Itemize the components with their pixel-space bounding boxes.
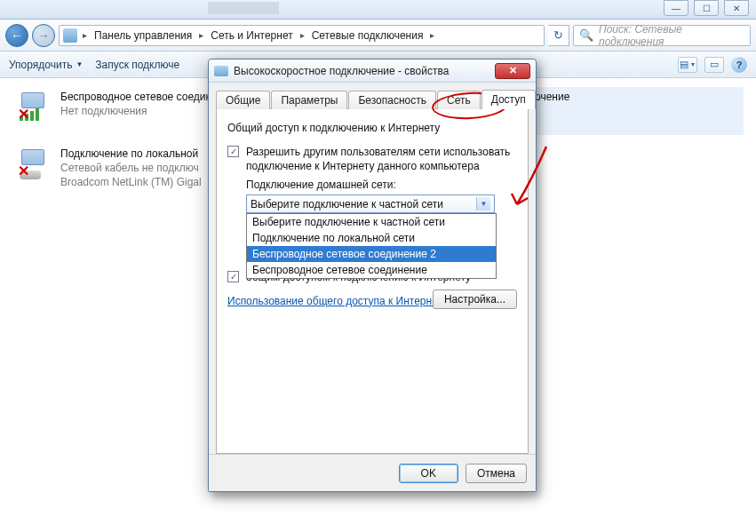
- launch-connection-button[interactable]: Запуск подключе: [95, 59, 179, 71]
- window-controls: — ☐ ✕: [664, 0, 749, 16]
- dialog-titlebar[interactable]: Высокоскоростное подключение - свойства …: [209, 60, 536, 83]
- location-icon: [63, 28, 77, 43]
- organize-label: Упорядочить: [9, 59, 72, 71]
- tab-strip: Общие Параметры Безопасность Сеть Доступ: [216, 88, 529, 109]
- settings-button[interactable]: Настройка...: [433, 290, 517, 309]
- nav-back-button[interactable]: ←: [5, 24, 28, 47]
- launch-label: Запуск подключе: [95, 59, 179, 71]
- maximize-button[interactable]: ☐: [694, 0, 719, 16]
- ethernet-icon: ✕: [16, 147, 52, 179]
- window-titlebar: — ☐ ✕: [0, 0, 756, 20]
- dialog-icon: [214, 66, 228, 76]
- tab-options[interactable]: Параметры: [271, 91, 347, 109]
- tab-panel-sharing: Общий доступ к подключению к Интернету ✓…: [216, 109, 529, 454]
- chevron-right-icon: ▸: [297, 30, 308, 40]
- search-icon: 🔍: [579, 28, 593, 42]
- chevron-right-icon: ▸: [79, 30, 91, 40]
- allow-sharing-checkbox[interactable]: ✓: [227, 146, 239, 157]
- details-pane-button[interactable]: ▭: [704, 57, 724, 73]
- chevron-right-icon: ▸: [426, 30, 438, 40]
- ok-button[interactable]: OK: [399, 464, 458, 483]
- nav-forward-button[interactable]: →: [32, 24, 55, 47]
- tab-network[interactable]: Сеть: [437, 91, 481, 109]
- connection-name: Подключение по локальной: [60, 147, 202, 160]
- dialog-close-button[interactable]: ✕: [495, 63, 530, 79]
- allow-sharing-row: ✓ Разрешить другим пользователям сети ис…: [227, 145, 517, 173]
- dropdown-item[interactable]: Подключение по локальной сети: [247, 230, 496, 246]
- combo-dropdown: Выберите подключение к частной сети Подк…: [246, 213, 497, 279]
- chevron-down-icon: ▼: [476, 197, 490, 210]
- tab-general[interactable]: Общие: [216, 91, 270, 109]
- combo-selected: Выберите подключение к частной сети: [251, 198, 476, 210]
- chevron-down-icon: ▼: [76, 60, 83, 68]
- breadcrumb-seg[interactable]: Сеть и Интернет: [209, 28, 294, 44]
- allow-sharing-label: Разрешить другим пользователям сети испо…: [246, 145, 517, 173]
- dialog-title: Высокоскоростное подключение - свойства: [234, 65, 489, 77]
- dropdown-item[interactable]: Беспроводное сетевое соединение 2: [247, 246, 496, 262]
- breadcrumb-seg[interactable]: Сетевые подключения: [310, 28, 426, 44]
- breadcrumb-seg[interactable]: Панель управления: [92, 28, 194, 44]
- dialog-footer: OK Отмена: [209, 454, 536, 491]
- tab-sharing[interactable]: Доступ: [481, 90, 536, 109]
- dropdown-item[interactable]: Выберите подключение к частной сети: [247, 214, 496, 230]
- close-button[interactable]: ✕: [724, 0, 749, 16]
- search-placeholder: Поиск: Сетевые подключения: [599, 23, 744, 48]
- connection-device: Broadcom NetLink (TM) Gigal: [60, 176, 202, 188]
- cancel-button[interactable]: Отмена: [466, 464, 527, 483]
- tab-security[interactable]: Безопасность: [348, 91, 436, 109]
- home-network-combo[interactable]: Выберите подключение к частной сети ▼ Вы…: [246, 195, 495, 213]
- minimize-button[interactable]: —: [664, 0, 688, 16]
- allow-control-checkbox[interactable]: ✓: [227, 271, 239, 282]
- dropdown-item[interactable]: Беспроводное сетевое соединение: [247, 262, 496, 278]
- titlebar-decoration: [208, 2, 279, 14]
- home-network-label: Подключение домашней сети:: [246, 179, 517, 191]
- search-input[interactable]: 🔍 Поиск: Сетевые подключения: [573, 25, 751, 46]
- group-title: Общий доступ к подключению к Интернету: [227, 122, 517, 134]
- organize-menu[interactable]: Упорядочить ▼: [9, 59, 83, 71]
- wireless-icon: ✕: [16, 91, 52, 123]
- refresh-button[interactable]: ↻: [548, 25, 569, 46]
- breadcrumb[interactable]: ▸ Панель управления ▸ Сеть и Интернет ▸ …: [59, 25, 545, 46]
- address-bar: ← → ▸ Панель управления ▸ Сеть и Интерне…: [0, 20, 756, 52]
- properties-dialog: Высокоскоростное подключение - свойства …: [208, 59, 537, 492]
- view-mode-button[interactable]: ▤▼: [678, 57, 697, 73]
- connection-status: Сетевой кабель не подключ: [60, 162, 202, 174]
- help-button[interactable]: ?: [731, 57, 747, 73]
- chevron-right-icon: ▸: [195, 30, 207, 40]
